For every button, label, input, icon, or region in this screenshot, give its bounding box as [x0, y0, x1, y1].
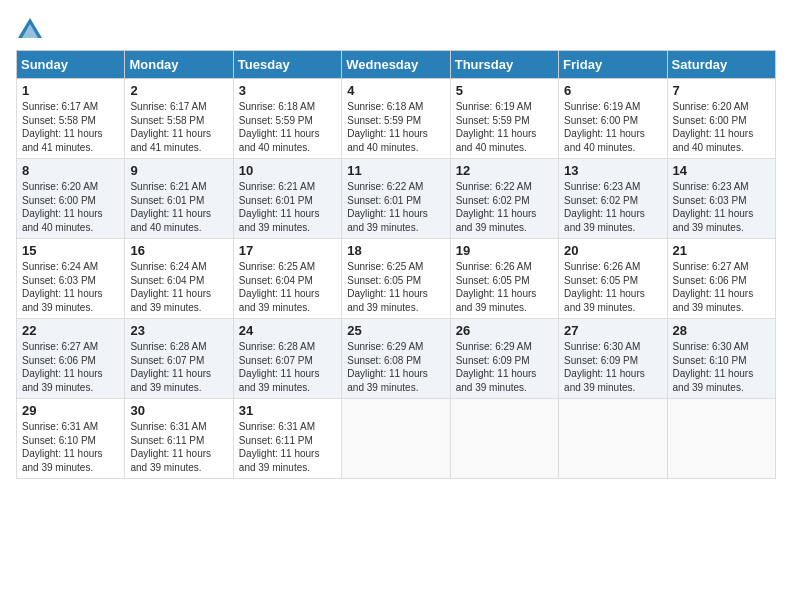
calendar-cell: 20 Sunrise: 6:26 AM Sunset: 6:05 PM Dayl…	[559, 239, 667, 319]
calendar-day-header: Thursday	[450, 51, 558, 79]
calendar-day-header: Monday	[125, 51, 233, 79]
calendar-week-row: 15 Sunrise: 6:24 AM Sunset: 6:03 PM Dayl…	[17, 239, 776, 319]
cell-info: Sunrise: 6:22 AM Sunset: 6:01 PM Dayligh…	[347, 180, 444, 234]
cell-info: Sunrise: 6:29 AM Sunset: 6:08 PM Dayligh…	[347, 340, 444, 394]
day-number: 13	[564, 163, 661, 178]
cell-info: Sunrise: 6:30 AM Sunset: 6:09 PM Dayligh…	[564, 340, 661, 394]
calendar-cell: 3 Sunrise: 6:18 AM Sunset: 5:59 PM Dayli…	[233, 79, 341, 159]
calendar-cell: 8 Sunrise: 6:20 AM Sunset: 6:00 PM Dayli…	[17, 159, 125, 239]
calendar-cell	[667, 399, 775, 479]
day-number: 3	[239, 83, 336, 98]
calendar-body: 1 Sunrise: 6:17 AM Sunset: 5:58 PM Dayli…	[17, 79, 776, 479]
calendar-day-header: Sunday	[17, 51, 125, 79]
cell-info: Sunrise: 6:28 AM Sunset: 6:07 PM Dayligh…	[130, 340, 227, 394]
cell-info: Sunrise: 6:26 AM Sunset: 6:05 PM Dayligh…	[564, 260, 661, 314]
calendar-cell	[559, 399, 667, 479]
day-number: 30	[130, 403, 227, 418]
day-number: 14	[673, 163, 770, 178]
cell-info: Sunrise: 6:31 AM Sunset: 6:11 PM Dayligh…	[239, 420, 336, 474]
calendar-cell: 21 Sunrise: 6:27 AM Sunset: 6:06 PM Dayl…	[667, 239, 775, 319]
calendar-cell: 1 Sunrise: 6:17 AM Sunset: 5:58 PM Dayli…	[17, 79, 125, 159]
calendar-cell: 26 Sunrise: 6:29 AM Sunset: 6:09 PM Dayl…	[450, 319, 558, 399]
page-header	[16, 16, 776, 44]
day-number: 23	[130, 323, 227, 338]
cell-info: Sunrise: 6:26 AM Sunset: 6:05 PM Dayligh…	[456, 260, 553, 314]
cell-info: Sunrise: 6:20 AM Sunset: 6:00 PM Dayligh…	[22, 180, 119, 234]
day-number: 8	[22, 163, 119, 178]
day-number: 29	[22, 403, 119, 418]
cell-info: Sunrise: 6:28 AM Sunset: 6:07 PM Dayligh…	[239, 340, 336, 394]
day-number: 20	[564, 243, 661, 258]
calendar-week-row: 1 Sunrise: 6:17 AM Sunset: 5:58 PM Dayli…	[17, 79, 776, 159]
calendar-cell: 5 Sunrise: 6:19 AM Sunset: 5:59 PM Dayli…	[450, 79, 558, 159]
cell-info: Sunrise: 6:19 AM Sunset: 5:59 PM Dayligh…	[456, 100, 553, 154]
calendar-cell: 18 Sunrise: 6:25 AM Sunset: 6:05 PM Dayl…	[342, 239, 450, 319]
calendar-cell: 13 Sunrise: 6:23 AM Sunset: 6:02 PM Dayl…	[559, 159, 667, 239]
calendar-table: SundayMondayTuesdayWednesdayThursdayFrid…	[16, 50, 776, 479]
day-number: 27	[564, 323, 661, 338]
calendar-cell: 22 Sunrise: 6:27 AM Sunset: 6:06 PM Dayl…	[17, 319, 125, 399]
cell-info: Sunrise: 6:27 AM Sunset: 6:06 PM Dayligh…	[22, 340, 119, 394]
logo-icon	[16, 16, 44, 44]
calendar-cell: 29 Sunrise: 6:31 AM Sunset: 6:10 PM Dayl…	[17, 399, 125, 479]
calendar-cell: 6 Sunrise: 6:19 AM Sunset: 6:00 PM Dayli…	[559, 79, 667, 159]
cell-info: Sunrise: 6:21 AM Sunset: 6:01 PM Dayligh…	[130, 180, 227, 234]
cell-info: Sunrise: 6:23 AM Sunset: 6:03 PM Dayligh…	[673, 180, 770, 234]
day-number: 5	[456, 83, 553, 98]
day-number: 10	[239, 163, 336, 178]
day-number: 9	[130, 163, 227, 178]
calendar-cell: 27 Sunrise: 6:30 AM Sunset: 6:09 PM Dayl…	[559, 319, 667, 399]
cell-info: Sunrise: 6:30 AM Sunset: 6:10 PM Dayligh…	[673, 340, 770, 394]
day-number: 15	[22, 243, 119, 258]
calendar-week-row: 29 Sunrise: 6:31 AM Sunset: 6:10 PM Dayl…	[17, 399, 776, 479]
day-number: 17	[239, 243, 336, 258]
calendar-cell: 24 Sunrise: 6:28 AM Sunset: 6:07 PM Dayl…	[233, 319, 341, 399]
cell-info: Sunrise: 6:29 AM Sunset: 6:09 PM Dayligh…	[456, 340, 553, 394]
calendar-day-header: Tuesday	[233, 51, 341, 79]
cell-info: Sunrise: 6:24 AM Sunset: 6:03 PM Dayligh…	[22, 260, 119, 314]
calendar-cell: 7 Sunrise: 6:20 AM Sunset: 6:00 PM Dayli…	[667, 79, 775, 159]
calendar-cell: 16 Sunrise: 6:24 AM Sunset: 6:04 PM Dayl…	[125, 239, 233, 319]
day-number: 12	[456, 163, 553, 178]
calendar-week-row: 8 Sunrise: 6:20 AM Sunset: 6:00 PM Dayli…	[17, 159, 776, 239]
day-number: 22	[22, 323, 119, 338]
day-number: 25	[347, 323, 444, 338]
day-number: 28	[673, 323, 770, 338]
cell-info: Sunrise: 6:22 AM Sunset: 6:02 PM Dayligh…	[456, 180, 553, 234]
calendar-week-row: 22 Sunrise: 6:27 AM Sunset: 6:06 PM Dayl…	[17, 319, 776, 399]
cell-info: Sunrise: 6:18 AM Sunset: 5:59 PM Dayligh…	[347, 100, 444, 154]
calendar-cell: 12 Sunrise: 6:22 AM Sunset: 6:02 PM Dayl…	[450, 159, 558, 239]
day-number: 24	[239, 323, 336, 338]
day-number: 16	[130, 243, 227, 258]
calendar-cell: 11 Sunrise: 6:22 AM Sunset: 6:01 PM Dayl…	[342, 159, 450, 239]
cell-info: Sunrise: 6:20 AM Sunset: 6:00 PM Dayligh…	[673, 100, 770, 154]
cell-info: Sunrise: 6:19 AM Sunset: 6:00 PM Dayligh…	[564, 100, 661, 154]
calendar-cell: 10 Sunrise: 6:21 AM Sunset: 6:01 PM Dayl…	[233, 159, 341, 239]
day-number: 6	[564, 83, 661, 98]
day-number: 31	[239, 403, 336, 418]
calendar-cell: 14 Sunrise: 6:23 AM Sunset: 6:03 PM Dayl…	[667, 159, 775, 239]
calendar-cell: 2 Sunrise: 6:17 AM Sunset: 5:58 PM Dayli…	[125, 79, 233, 159]
day-number: 7	[673, 83, 770, 98]
day-number: 21	[673, 243, 770, 258]
calendar-cell: 31 Sunrise: 6:31 AM Sunset: 6:11 PM Dayl…	[233, 399, 341, 479]
calendar-cell: 17 Sunrise: 6:25 AM Sunset: 6:04 PM Dayl…	[233, 239, 341, 319]
day-number: 11	[347, 163, 444, 178]
calendar-cell: 30 Sunrise: 6:31 AM Sunset: 6:11 PM Dayl…	[125, 399, 233, 479]
cell-info: Sunrise: 6:18 AM Sunset: 5:59 PM Dayligh…	[239, 100, 336, 154]
calendar-cell	[342, 399, 450, 479]
cell-info: Sunrise: 6:31 AM Sunset: 6:10 PM Dayligh…	[22, 420, 119, 474]
cell-info: Sunrise: 6:24 AM Sunset: 6:04 PM Dayligh…	[130, 260, 227, 314]
calendar-day-header: Saturday	[667, 51, 775, 79]
cell-info: Sunrise: 6:25 AM Sunset: 6:04 PM Dayligh…	[239, 260, 336, 314]
day-number: 2	[130, 83, 227, 98]
calendar-cell: 15 Sunrise: 6:24 AM Sunset: 6:03 PM Dayl…	[17, 239, 125, 319]
day-number: 4	[347, 83, 444, 98]
cell-info: Sunrise: 6:25 AM Sunset: 6:05 PM Dayligh…	[347, 260, 444, 314]
day-number: 1	[22, 83, 119, 98]
day-number: 18	[347, 243, 444, 258]
calendar-day-header: Friday	[559, 51, 667, 79]
calendar-cell: 28 Sunrise: 6:30 AM Sunset: 6:10 PM Dayl…	[667, 319, 775, 399]
calendar-header-row: SundayMondayTuesdayWednesdayThursdayFrid…	[17, 51, 776, 79]
cell-info: Sunrise: 6:21 AM Sunset: 6:01 PM Dayligh…	[239, 180, 336, 234]
